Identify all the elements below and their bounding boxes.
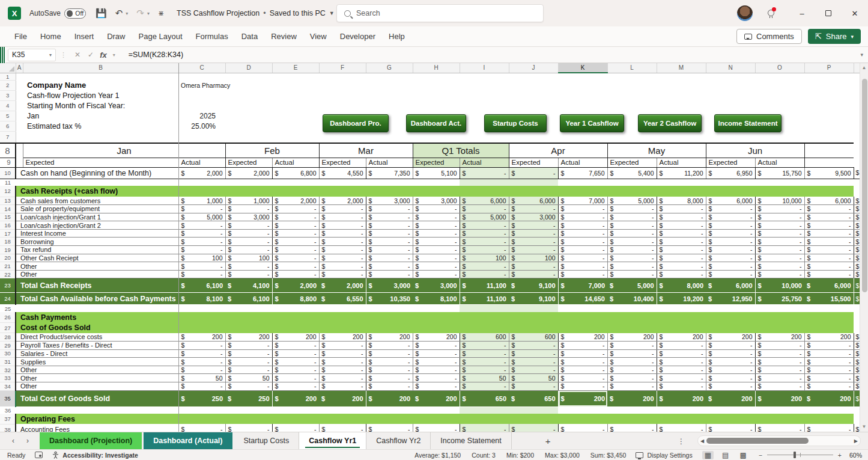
cell[interactable]: $- <box>366 262 413 271</box>
row-number-33[interactable]: 33 <box>0 374 16 382</box>
cell[interactable]: $- <box>178 366 225 374</box>
cell-partial[interactable]: $ <box>854 254 860 262</box>
zoom-in-icon[interactable]: + <box>838 452 842 459</box>
cell[interactable]: $- <box>178 342 225 350</box>
cell[interactable]: $- <box>607 246 657 254</box>
cell[interactable]: $- <box>413 382 460 391</box>
cell[interactable]: $100 <box>178 254 225 262</box>
cell[interactable]: $- <box>509 342 558 350</box>
cell[interactable]: $200 <box>413 390 460 406</box>
cell[interactable]: $- <box>178 349 225 358</box>
cell[interactable]: $2,000 <box>272 278 319 293</box>
ribbon-tab-help[interactable]: Help <box>383 29 411 44</box>
cell[interactable]: $- <box>804 229 854 238</box>
subheader-cell[interactable]: Actual <box>178 158 225 167</box>
cell[interactable]: $- <box>607 221 657 230</box>
cell[interactable]: $- <box>657 382 706 391</box>
cell[interactable]: $- <box>607 229 657 238</box>
cell[interactable]: $- <box>413 246 460 254</box>
cell[interactable]: $- <box>272 205 319 213</box>
cell[interactable]: $200 <box>706 390 755 406</box>
cell[interactable]: $8,800 <box>272 293 319 305</box>
subheader-cell[interactable]: Actual <box>755 158 804 167</box>
blank-cell[interactable] <box>178 179 225 186</box>
row-label-cell[interactable]: Payroll Taxes / Benefits - Direct <box>16 342 178 350</box>
month-header-may[interactable]: May <box>607 143 706 158</box>
cell[interactable]: $12,950 <box>706 293 755 305</box>
row-number-25[interactable]: 25 <box>0 305 16 312</box>
cell-partial[interactable]: $ <box>854 333 860 342</box>
cell[interactable]: $- <box>804 213 854 221</box>
blank-cell[interactable] <box>558 179 607 186</box>
save-icon[interactable]: 💾 <box>96 8 107 19</box>
cell[interactable]: $200 <box>319 390 366 406</box>
subheader-cell[interactable]: Expected <box>23 158 178 167</box>
cell[interactable]: $- <box>804 262 854 271</box>
cell-partial[interactable]: $ <box>854 229 860 238</box>
cell[interactable]: $6,000 <box>804 278 854 293</box>
nav-shape-button-income-statement[interactable]: Income Statement <box>714 114 782 132</box>
cell[interactable]: $200 <box>706 333 755 342</box>
cell[interactable]: $6,800 <box>272 167 319 179</box>
cell[interactable]: $1,000 <box>225 197 272 205</box>
cell[interactable]: $- <box>706 342 755 350</box>
cell[interactable]: $- <box>272 374 319 382</box>
cell[interactable]: $- <box>413 358 460 366</box>
formula-input[interactable]: =SUM(K28:K34) <box>129 51 183 59</box>
row-number-12[interactable]: 12 <box>0 186 16 197</box>
column-header-E[interactable]: E <box>272 63 319 73</box>
row-number-36[interactable]: 36 <box>0 406 16 414</box>
cell[interactable]: $200 <box>755 390 804 406</box>
cell[interactable]: $- <box>657 342 706 350</box>
subheader-cell[interactable]: Expected <box>607 158 657 167</box>
cell[interactable]: $- <box>558 349 607 358</box>
cell[interactable]: $- <box>272 424 319 432</box>
cell[interactable]: $- <box>319 229 366 238</box>
cell[interactable]: $- <box>607 358 657 366</box>
cell[interactable]: $- <box>272 382 319 391</box>
cell[interactable]: $250 <box>178 390 225 406</box>
cell[interactable]: $5,000 <box>607 197 657 205</box>
cell[interactable]: $- <box>272 358 319 366</box>
nav-shape-button-year-2-cashflow[interactable]: Year 2 Cashflow <box>638 114 702 132</box>
cell[interactable]: $- <box>706 358 755 366</box>
cell[interactable]: $200 <box>366 390 413 406</box>
cell-partial[interactable]: $ <box>854 349 860 358</box>
cell[interactable]: $7,000 <box>558 278 607 293</box>
cell[interactable]: $200 <box>607 333 657 342</box>
blank-cell[interactable] <box>272 305 319 312</box>
row-number-29[interactable]: 29 <box>0 342 16 350</box>
cell[interactable]: $3,000 <box>225 213 272 221</box>
cell[interactable]: $3,000 <box>509 213 558 221</box>
cell[interactable]: $- <box>657 205 706 213</box>
blank-cell[interactable] <box>804 406 854 414</box>
cell[interactable]: $- <box>319 382 366 391</box>
cell[interactable]: $50 <box>460 374 509 382</box>
column-header-D[interactable]: D <box>225 63 272 73</box>
cell[interactable]: $2,000 <box>225 167 272 179</box>
cell[interactable]: $- <box>460 382 509 391</box>
row-number-31[interactable]: 31 <box>0 358 16 366</box>
cell[interactable]: $- <box>755 342 804 350</box>
cell-partial[interactable]: $ <box>854 382 860 391</box>
cell[interactable]: $- <box>413 262 460 271</box>
page-layout-view-button[interactable]: ▤ <box>720 451 731 459</box>
zoom-slider[interactable] <box>767 455 833 456</box>
cell[interactable]: $200 <box>366 333 413 342</box>
cell[interactable]: $- <box>366 246 413 254</box>
subheader-cell[interactable]: Expected <box>706 158 755 167</box>
cell[interactable]: $- <box>272 254 319 262</box>
autosave-toggle[interactable]: Off <box>64 8 86 19</box>
cell[interactable]: $200 <box>225 333 272 342</box>
cell[interactable]: $- <box>558 382 607 391</box>
cell[interactable]: $- <box>706 254 755 262</box>
cell-partial[interactable]: $ <box>854 293 860 305</box>
cell-partial[interactable]: $ <box>854 197 860 205</box>
row-number-19[interactable]: 19 <box>0 246 16 254</box>
cell[interactable]: $- <box>272 213 319 221</box>
cell[interactable]: $- <box>657 424 706 432</box>
blank-cell[interactable] <box>558 406 607 414</box>
cell[interactable]: $- <box>706 270 755 278</box>
projection-title[interactable]: Cash-flow Projection Year 1 <box>23 90 178 100</box>
cell[interactable]: $- <box>804 246 854 254</box>
